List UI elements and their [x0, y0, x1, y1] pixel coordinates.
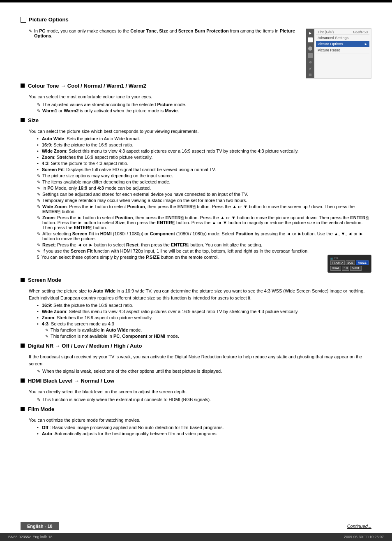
- size-bullet-zoom: • Zoom: Stretches the 16:9 aspect ratio …: [37, 155, 371, 160]
- size-bullet-zoom-text: Zoom: Stretches the 16:9 aspect ratio pi…: [42, 155, 152, 160]
- size-bullet-wide-zoom-text: Wide Zoom: Select this menu to view 4:3 …: [42, 149, 299, 153]
- note-icon-s3: ✎: [37, 186, 40, 190]
- note-icon-s4: ✎: [37, 192, 40, 197]
- menu-sidebar: ▶ ⚙ ↙ ▤ Tint (G/R) G50/R50 Advanced S: [306, 29, 371, 78]
- note-icon-s7: ✎: [37, 216, 40, 220]
- dot-bullet-sm4: •: [37, 321, 39, 326]
- size-bullet-auto-wide: • Auto Wide: Sets the picture in Auto Wi…: [37, 136, 371, 141]
- note-icon-dnr: ✎: [37, 369, 40, 374]
- square-bullet: [21, 84, 25, 88]
- screen-mode-body-text: When setting the picture size to Auto Wi…: [29, 288, 371, 301]
- colour-tone-note2: ✎ Warm1 or Warm2 is only activated when …: [37, 108, 371, 113]
- film-bullet-off-text: Off : Basic video image processing appli…: [42, 425, 224, 430]
- size-note8-text: After selecting Screen Fit in HDMI (1080…: [42, 231, 371, 241]
- sm-bullet-43-text: 4:3: Selects the screen mode as 4:3: [42, 321, 114, 326]
- dot-bullet-sm3: •: [37, 315, 39, 320]
- sidebar-icon-5: ▤: [309, 73, 312, 77]
- size-bullet-screen-fit: • Screen Fit: Displays the full native H…: [37, 167, 371, 172]
- note-icon-s2: ✎: [37, 180, 40, 184]
- page-number-box: English - 18: [21, 524, 59, 529]
- hdmi-black-body: You can directly select the black level …: [29, 388, 371, 402]
- picture-options-header: Picture Options: [21, 16, 371, 25]
- menu-sidebar-icons: ▶ ⚙ ↙ ▤: [306, 29, 314, 78]
- size-bullet-screen-fit-text: Screen Fit: Displays the full native HD …: [42, 167, 216, 172]
- sm-bullet-169: • 16:9: Sets the picture to the 16:9 asp…: [37, 303, 371, 308]
- menu-item-advanced: Advanced Settings: [316, 35, 369, 41]
- note-icon-s6: ✎: [37, 204, 40, 209]
- colour-tone-title: Colour Tone → Cool / Normal / Warm1 / Wa…: [28, 83, 146, 89]
- film-bullet-off: • Off : Basic video image processing app…: [37, 425, 371, 430]
- size-note8: ✎ After selecting Screen Fit in HDMI (10…: [37, 231, 371, 241]
- digital-nr-title: Digital NR → Off / Low / Medium / High /…: [28, 343, 142, 349]
- sm-bullet-43: • 4:3: Selects the screen mode as 4:3: [37, 321, 371, 326]
- dot-bullet-f1: •: [37, 425, 39, 430]
- digital-nr-header: Digital NR → Off / Low / Medium / High /…: [21, 343, 371, 351]
- footer-bottom-bar: BN68-02355A-Eng.indb 18 2009-06-30 □□ 10…: [0, 533, 392, 541]
- film-mode-body: You can optimize the picture mode for wa…: [29, 417, 371, 437]
- hdmi-black-note-text: This function is active only when the ex…: [42, 397, 211, 402]
- colour-tone-header: Colour Tone → Cool / Normal / Warm1 / Wa…: [21, 83, 371, 91]
- size-note1-text: The picture size options may vary depend…: [42, 173, 173, 178]
- note-icon-1: ✎: [37, 102, 40, 107]
- picture-options-title: Picture Options: [29, 16, 69, 23]
- size-bullet-169: • 16:9: Sets the picture to the 16:9 asp…: [37, 142, 371, 147]
- menu-item-reset: Picture Reset: [316, 47, 369, 53]
- dot-bullet-sm1: •: [37, 303, 39, 308]
- size-note9-text: Reset: Press the ◄ or ► button to select…: [42, 242, 262, 247]
- size-bullet-wide-zoom: • Wide Zoom: Select this menu to view 4:…: [37, 149, 371, 153]
- digital-nr-section: Digital NR → Off / Low / Medium / High /…: [21, 343, 371, 374]
- sm-sub-note1: ✎ This function is available in Auto Wid…: [45, 327, 371, 332]
- menu-item-picture-options: Picture Options►: [316, 41, 369, 47]
- menu-header: Tint (G/R) G50/R50: [316, 30, 369, 35]
- sm-bullet-wide-zoom: • Wide Zoom: Select this menu to view 4:…: [37, 309, 371, 314]
- note-icon-hdmi: ✎: [37, 397, 40, 402]
- digital-nr-body: If the broadcast signal received by your…: [29, 353, 371, 374]
- dot-bullet-2: •: [37, 142, 39, 147]
- page-number: English - 18: [21, 522, 59, 530]
- hdmi-black-title: HDMI Black Level → Normal / Low: [28, 378, 114, 384]
- footer-right-text: 2009-06-30 □□ 10:26:07: [344, 535, 384, 539]
- sm-sub-note1-text: This function is available in Auto Wide …: [51, 327, 142, 332]
- note-icon-remote: 5: [37, 255, 39, 260]
- sm-bullet-zoom: • Zoom: Stretches the 16:9 aspect ratio …: [37, 315, 371, 320]
- continued-label: Continued...: [347, 524, 371, 529]
- sm-bullet-zoom-text: Zoom: Stretches the 16:9 aspect ratio pi…: [42, 315, 152, 320]
- menu-header-value: G50/R50: [353, 30, 368, 34]
- note-icon-sm2: ✎: [45, 334, 48, 339]
- size-note3-text: In PC Mode, only 16:9 and 4:3 mode can b…: [42, 186, 151, 190]
- dot-bullet-sm2: •: [37, 309, 39, 314]
- film-mode-body-text: You can optimize the picture mode for wa…: [29, 417, 371, 424]
- square-bullet-hdmi: [21, 378, 25, 383]
- sidebar-icon-4: ↙: [309, 67, 312, 70]
- size-body-text: You can select the picture size which be…: [29, 128, 371, 135]
- picture-options-note-text: In PC mode, you can only make changes to…: [34, 28, 297, 38]
- note-icon: ✎: [29, 29, 32, 33]
- note-icon-s8: ✎: [37, 232, 40, 236]
- note-icon-2: ✎: [37, 109, 40, 113]
- film-bullet-auto: • Auto: Automatically adjusts for the be…: [37, 431, 371, 436]
- size-note4: ✎ Settings can be adjusted and stored fo…: [37, 192, 371, 197]
- menu-content: Tint (G/R) G50/R50 Advanced Settings Pic…: [314, 29, 371, 78]
- size-note7-text: Zoom: Press the ► button to select Posit…: [42, 215, 371, 230]
- size-note7: ✎ Zoom: Press the ► button to select Pos…: [37, 215, 371, 230]
- size-note10: ✎ If you use the Screen Fit function wit…: [37, 248, 371, 253]
- size-note4-text: Settings can be adjusted and stored for …: [42, 192, 248, 197]
- menu-screenshot: ▶ ⚙ ↙ ▤ Tint (G/R) G50/R50 Advanced S: [306, 28, 371, 79]
- size-bullet-43-text: 4:3: Sets the picture to the 4:3 aspect …: [42, 161, 128, 166]
- footer-left-text: BN68-02355A-Eng.indb 18: [8, 535, 53, 539]
- top-border: [0, 0, 392, 2]
- film-mode-title: Film Mode: [28, 406, 54, 412]
- screen-mode-section: Screen Mode When setting the picture siz…: [21, 277, 371, 339]
- screen-mode-body: When setting the picture size to Auto Wi…: [29, 288, 371, 339]
- digital-nr-note-text: When the signal is weak, select one of t…: [42, 369, 222, 374]
- size-note2-text: The items available may differ depending…: [42, 179, 171, 184]
- size-note6: ✎ Wide Zoom: Press the ► button to selec…: [37, 204, 371, 214]
- sidebar-icon-picture: [308, 37, 313, 42]
- colour-tone-body-text: You can select the most comfortable colo…: [29, 93, 371, 100]
- size-bullet-169-text: 16:9: Sets the picture to the 16:9 aspec…: [42, 142, 134, 147]
- size-note6-text: Wide Zoom: Press the ► button to select …: [42, 204, 371, 214]
- continued-text: Continued...: [347, 524, 371, 529]
- square-bullet-screen: [21, 278, 25, 282]
- colour-tone-body: You can select the most comfortable colo…: [29, 93, 371, 113]
- note-icon-s10: ✎: [37, 249, 40, 253]
